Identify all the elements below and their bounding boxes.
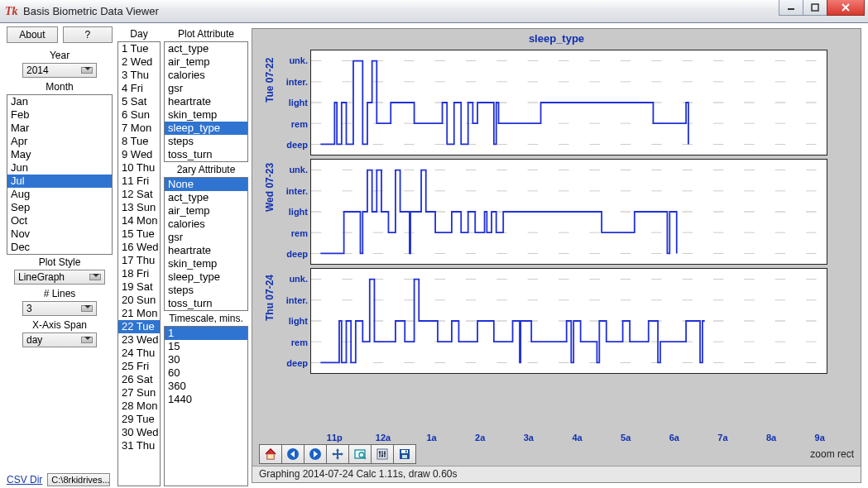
csv-dir-path-button[interactable]: C:\8rkidrives... xyxy=(47,473,110,486)
list-item[interactable]: Apr xyxy=(7,135,112,148)
year-dropdown[interactable]: 2014 xyxy=(22,63,97,78)
list-item[interactable]: Sep xyxy=(7,201,112,214)
list-item[interactable]: 23 Wed xyxy=(118,333,160,347)
svg-rect-17 xyxy=(267,454,274,459)
chart-x-tick: 8a xyxy=(747,433,796,443)
list-item[interactable]: 27 Sun xyxy=(118,386,160,399)
list-item[interactable]: 3 Thu xyxy=(118,69,160,82)
list-item[interactable]: 25 Fri xyxy=(118,360,160,373)
list-item[interactable]: steps xyxy=(165,135,247,148)
list-item[interactable]: 14 Mon xyxy=(118,214,160,227)
list-item[interactable]: 26 Sat xyxy=(118,373,160,386)
configure-icon[interactable] xyxy=(371,444,394,464)
back-icon[interactable] xyxy=(281,444,305,464)
list-item[interactable]: Jul xyxy=(7,175,112,188)
list-item[interactable]: 15 Tue xyxy=(118,227,160,241)
list-item[interactable]: 17 Thu xyxy=(118,254,160,267)
plot-style-dropdown[interactable]: LineGraph xyxy=(14,270,105,285)
list-item[interactable]: gsr xyxy=(165,231,247,244)
list-item[interactable]: 29 Tue xyxy=(118,413,160,426)
list-item[interactable]: 18 Fri xyxy=(118,267,160,280)
list-item[interactable]: act_type xyxy=(165,42,247,55)
pan-icon[interactable] xyxy=(326,444,349,464)
list-item[interactable]: toss_turn xyxy=(165,148,247,161)
forward-icon[interactable] xyxy=(304,444,327,464)
list-item[interactable]: Dec xyxy=(7,241,112,254)
list-item[interactable]: 7 Mon xyxy=(118,122,160,135)
list-item[interactable]: calories xyxy=(165,69,247,82)
list-item[interactable]: Feb xyxy=(7,108,112,122)
list-item[interactable]: 1440 xyxy=(165,393,247,406)
xaxis-span-label: X-Axis Span xyxy=(7,318,113,333)
list-item[interactable]: 60 xyxy=(165,366,247,380)
maximize-button[interactable] xyxy=(803,0,827,16)
list-item[interactable]: 9 Wed xyxy=(118,148,160,161)
day-list[interactable]: 1 Tue2 Wed3 Thu4 Fri5 Sat6 Sun7 Mon8 Tue… xyxy=(117,41,161,486)
list-item[interactable]: 1 xyxy=(165,327,247,340)
list-item[interactable]: Nov xyxy=(7,227,112,241)
list-item[interactable]: 19 Sat xyxy=(118,280,160,294)
save-icon[interactable] xyxy=(393,444,416,464)
list-item[interactable]: gsr xyxy=(165,82,247,95)
about-button[interactable]: About xyxy=(7,26,58,43)
app-icon: Tk xyxy=(5,5,18,18)
list-item[interactable]: None xyxy=(165,178,247,191)
minimize-button[interactable] xyxy=(779,0,803,16)
list-item[interactable]: 16 Wed xyxy=(118,241,160,254)
csv-dir-link[interactable]: CSV Dir xyxy=(7,474,42,486)
list-item[interactable]: 10 Thu xyxy=(118,161,160,175)
list-item[interactable]: 360 xyxy=(165,380,247,393)
chart-x-tick: 6a xyxy=(650,433,698,443)
list-item[interactable]: air_temp xyxy=(165,204,247,218)
list-item[interactable]: 6 Sun xyxy=(118,108,160,122)
list-item[interactable]: 28 Mon xyxy=(118,399,160,413)
list-item[interactable]: skin_temp xyxy=(165,108,247,122)
list-item[interactable]: Jan xyxy=(7,95,112,108)
month-list[interactable]: JanFebMarAprMayJunJulAugSepOctNovDec xyxy=(7,94,113,255)
list-item[interactable]: skin_temp xyxy=(165,257,247,270)
list-item[interactable]: 30 Wed xyxy=(118,426,160,439)
list-item[interactable]: 22 Tue xyxy=(118,320,160,333)
plot-attr-list[interactable]: act_typeair_tempcaloriesgsrheartrateskin… xyxy=(164,41,248,162)
list-item[interactable]: air_temp xyxy=(165,55,247,69)
zoom-rect-label: zoom rect xyxy=(810,448,854,460)
list-item[interactable]: 12 Sat xyxy=(118,188,160,201)
xaxis-span-dropdown[interactable]: day xyxy=(22,333,97,347)
list-item[interactable]: sleep_type xyxy=(165,122,247,135)
list-item[interactable]: 31 Thu xyxy=(118,439,160,452)
list-item[interactable]: 1 Tue xyxy=(118,42,160,55)
list-item[interactable]: heartrate xyxy=(165,244,247,257)
list-item[interactable]: Mar xyxy=(7,122,112,135)
list-item[interactable]: heartrate xyxy=(165,95,247,108)
list-item[interactable]: 15 xyxy=(165,340,247,353)
help-button[interactable]: ? xyxy=(63,26,113,43)
plot-area: sleep_type Tue 07-22unk.inter.lightremde… xyxy=(252,28,861,483)
list-item[interactable]: 5 Sat xyxy=(118,95,160,108)
list-item[interactable]: 24 Thu xyxy=(118,347,160,360)
list-item[interactable]: 20 Sun xyxy=(118,294,160,307)
window-title: Basis Biometric Data Viewer xyxy=(23,5,863,17)
list-item[interactable]: 4 Fri xyxy=(118,82,160,95)
list-item[interactable]: toss_turn xyxy=(165,297,247,310)
list-item[interactable]: 8 Tue xyxy=(118,135,160,148)
list-item[interactable]: 30 xyxy=(165,353,247,366)
close-button[interactable] xyxy=(827,0,865,16)
num-lines-dropdown[interactable]: 3 xyxy=(22,301,97,316)
list-item[interactable]: steps xyxy=(165,284,247,297)
zoom-rect-icon[interactable] xyxy=(348,444,372,464)
list-item[interactable]: 13 Sun xyxy=(118,201,160,214)
list-item[interactable]: Oct xyxy=(7,214,112,227)
list-item[interactable]: May xyxy=(7,148,112,161)
list-item[interactable]: Aug xyxy=(7,188,112,201)
list-item[interactable]: Jun xyxy=(7,161,112,175)
list-item[interactable]: calories xyxy=(165,218,247,231)
list-item[interactable]: sleep_type xyxy=(165,270,247,284)
list-item[interactable]: 21 Mon xyxy=(118,307,160,320)
list-item[interactable]: act_type xyxy=(165,191,247,204)
timescale-list[interactable]: 11530603601440 xyxy=(164,326,248,486)
list-item[interactable]: 11 Fri xyxy=(118,175,160,188)
secondary-attr-list[interactable]: Noneact_typeair_tempcaloriesgsrheartrate… xyxy=(164,177,248,311)
home-icon[interactable] xyxy=(259,444,282,464)
list-item[interactable]: 2 Wed xyxy=(118,55,160,69)
chart-x-tick: 7a xyxy=(698,433,747,443)
